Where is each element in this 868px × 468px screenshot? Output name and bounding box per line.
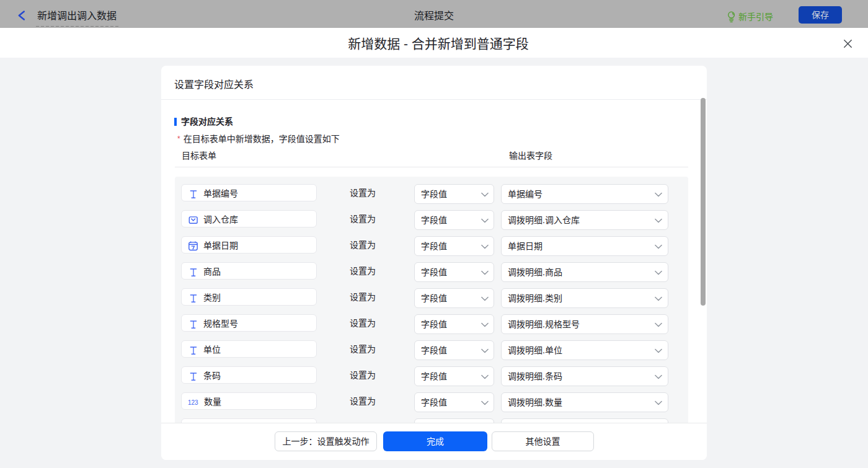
svg-text:123: 123 (188, 399, 198, 405)
